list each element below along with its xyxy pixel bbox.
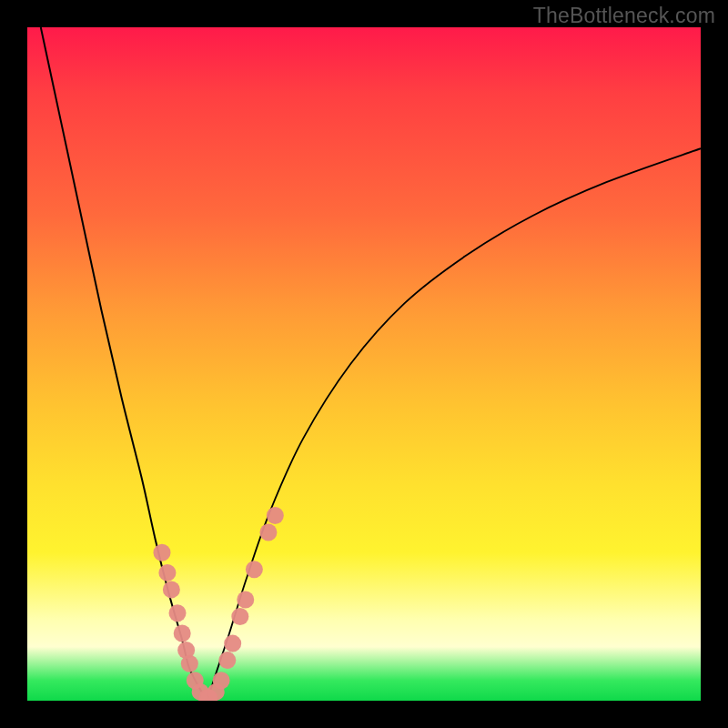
marker-dot	[237, 592, 254, 609]
marker-dot	[169, 604, 187, 622]
curve-left-arm	[41, 27, 207, 701]
marker-dot	[174, 625, 191, 642]
chart-frame: TheBottleneck.com	[0, 0, 728, 728]
marker-dot	[267, 507, 284, 524]
marker-dot	[246, 561, 263, 578]
marker-dot	[231, 608, 248, 625]
curve-right-arm	[207, 148, 701, 701]
marker-dot	[163, 581, 180, 598]
marker-dot	[213, 672, 230, 689]
marker-dot	[154, 544, 171, 561]
curve-svg	[27, 27, 701, 701]
plot-area	[27, 27, 701, 701]
marker-group	[154, 507, 284, 701]
marker-dot	[224, 635, 241, 652]
watermark-text: TheBottleneck.com	[533, 4, 715, 28]
marker-dot	[181, 655, 198, 672]
marker-dot	[218, 652, 236, 669]
marker-dot	[158, 564, 176, 581]
marker-dot	[259, 524, 277, 541]
